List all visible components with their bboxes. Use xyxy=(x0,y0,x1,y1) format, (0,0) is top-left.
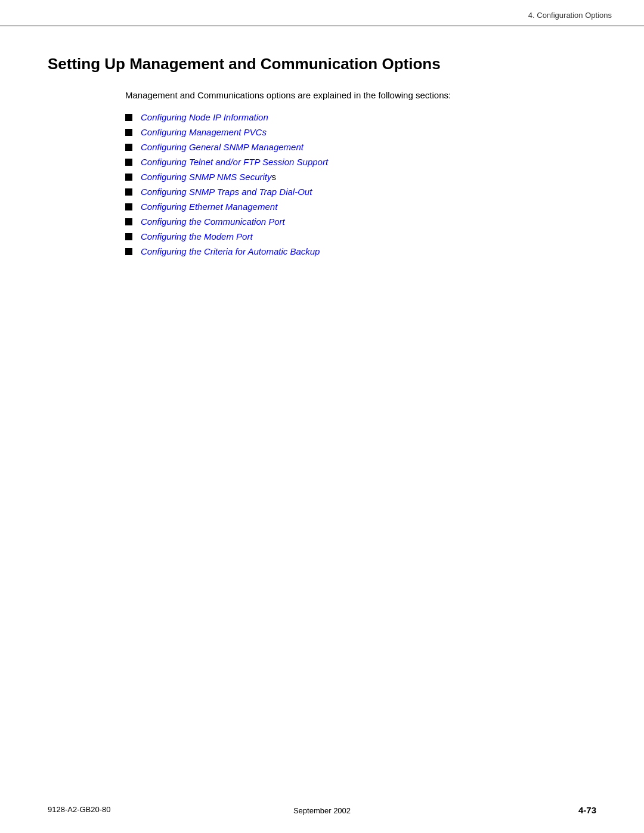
suffix-s: s xyxy=(272,172,277,182)
bullet-icon xyxy=(125,233,132,240)
list-item: Configuring General SNMP Management xyxy=(125,142,584,152)
list-item: Configuring SNMP Traps and Trap Dial-Out xyxy=(125,187,584,197)
list-item: Configuring SNMP NMS Securitys xyxy=(125,172,584,182)
bullet-icon xyxy=(125,174,132,181)
link-management-pvcs[interactable]: Configuring Management PVCs xyxy=(141,127,267,137)
main-content: Setting Up Management and Communication … xyxy=(0,26,644,297)
footer-doc-number: 9128-A2-GB20-80 xyxy=(48,805,111,815)
list-item: Configuring Ethernet Management xyxy=(125,202,584,212)
list-item: Configuring Node IP Information xyxy=(125,112,584,122)
link-general-snmp[interactable]: Configuring General SNMP Management xyxy=(141,142,304,152)
bullet-icon xyxy=(125,129,132,136)
intro-paragraph: Management and Communications options ar… xyxy=(125,90,584,100)
footer-date: September 2002 xyxy=(293,806,351,815)
bullet-icon xyxy=(125,159,132,166)
link-ethernet-mgmt[interactable]: Configuring Ethernet Management xyxy=(141,202,277,212)
list-item: Configuring the Communication Port xyxy=(125,216,584,227)
bullet-icon xyxy=(125,114,132,121)
header-title: 4. Configuration Options xyxy=(528,11,612,20)
list-item: Configuring the Modem Port xyxy=(125,231,584,241)
bullet-icon xyxy=(125,218,132,225)
list-item: Configuring Management PVCs xyxy=(125,127,584,137)
list-item: Configuring the Criteria for Automatic B… xyxy=(125,246,584,256)
page-title: Setting Up Management and Communication … xyxy=(48,55,584,73)
link-modem-port[interactable]: Configuring the Modem Port xyxy=(141,231,253,241)
link-comm-port[interactable]: Configuring the Communication Port xyxy=(141,216,285,227)
bullet-icon xyxy=(125,248,132,255)
link-snmp-nms[interactable]: Configuring SNMP NMS Security xyxy=(141,172,272,182)
bullet-icon xyxy=(125,144,132,151)
link-telnet-ftp[interactable]: Configuring Telnet and/or FTP Session Su… xyxy=(141,157,328,167)
footer-page-number: 4-73 xyxy=(578,805,596,815)
bullet-icon xyxy=(125,188,132,196)
link-auto-backup[interactable]: Configuring the Criteria for Automatic B… xyxy=(141,246,320,256)
link-node-ip[interactable]: Configuring Node IP Information xyxy=(141,112,268,122)
page-header: 4. Configuration Options xyxy=(0,0,644,26)
link-list: Configuring Node IP Information Configur… xyxy=(125,112,584,256)
bullet-icon xyxy=(125,203,132,210)
link-snmp-traps[interactable]: Configuring SNMP Traps and Trap Dial-Out xyxy=(141,187,312,197)
list-item: Configuring Telnet and/or FTP Session Su… xyxy=(125,157,584,167)
